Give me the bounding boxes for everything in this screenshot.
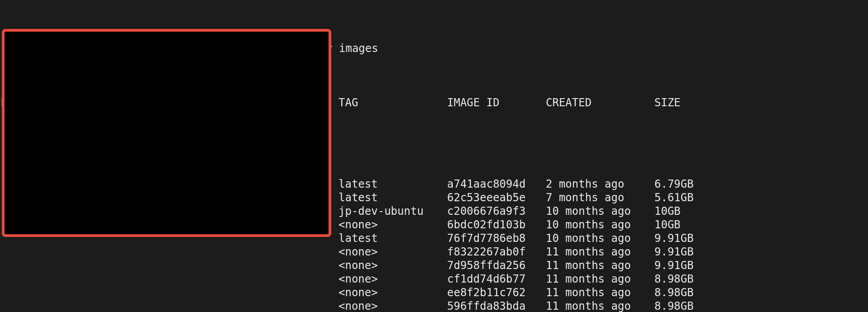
cell-created: 11 months ago (546, 245, 654, 259)
table-row: <none>cf1dd74d6b7711 months ago8.98GB (0, 272, 868, 286)
cell-image-id: 596ffda83bda (447, 299, 546, 312)
cell-size: 5.61GB (654, 191, 718, 204)
cell-tag: <none> (339, 245, 447, 259)
cell-created: 10 months ago (546, 232, 654, 245)
cell-image-id: 76f7d7786eb8 (447, 232, 546, 245)
header-size: SIZE (654, 96, 718, 109)
cell-size: 8.98GB (654, 299, 718, 312)
cell-created: 7 months ago (546, 191, 654, 204)
cell-created: 11 months ago (546, 259, 654, 272)
cell-size: 6.79GB (654, 177, 718, 191)
cell-tag: <none> (339, 299, 447, 312)
cell-created: 11 months ago (546, 286, 654, 299)
cell-tag: latest (339, 191, 447, 204)
header-tag: TAG (339, 96, 447, 109)
cell-image-id: 7d958ffda256 (447, 259, 546, 272)
cell-size: 10GB (654, 204, 718, 218)
cell-tag: latest (339, 232, 447, 245)
table-row: <none>ee8f2b11c76211 months ago8.98GB (0, 286, 868, 299)
cell-image-id: 6bdc02fd103b (447, 218, 546, 232)
cell-size: 10GB (654, 218, 718, 232)
cell-tag: <none> (339, 218, 447, 232)
cell-tag: latest (339, 177, 447, 191)
cell-tag: <none> (339, 286, 447, 299)
cell-image-id: 62c53eeeab5e (447, 191, 546, 204)
cell-size: 9.91GB (654, 232, 718, 245)
cell-image-id: f8322267ab0f (447, 245, 546, 259)
terminal-output[interactable]: (base) [ ~]$ docker images REPOSITORY TA… (0, 1, 868, 312)
cell-created: 10 months ago (546, 218, 654, 232)
header-image-id: IMAGE ID (447, 96, 546, 109)
header-created: CREATED (546, 96, 654, 109)
redacted-repository-column (2, 29, 331, 237)
table-row: <none>f8322267ab0f11 months ago9.91GB (0, 245, 868, 259)
cell-image-id: a741aac8094d (447, 177, 546, 191)
table-row: <none>7d958ffda25611 months ago9.91GB (0, 259, 868, 272)
cell-image-id: cf1dd74d6b77 (447, 272, 546, 286)
cell-tag: jp-dev-ubuntu (339, 204, 447, 218)
cell-size: 9.91GB (654, 259, 718, 272)
cell-created: 11 months ago (546, 272, 654, 286)
cell-image-id: ee8f2b11c762 (447, 286, 546, 299)
cell-tag: <none> (339, 272, 447, 286)
cell-created: 10 months ago (546, 204, 654, 218)
table-row: <none>596ffda83bda11 months ago8.98GB (0, 299, 868, 312)
cell-size: 8.98GB (654, 286, 718, 299)
cell-created: 11 months ago (546, 299, 654, 312)
cell-image-id: c2006676a9f3 (447, 204, 546, 218)
cell-size: 9.91GB (654, 245, 718, 259)
cell-created: 2 months ago (546, 177, 654, 191)
cell-tag: <none> (339, 259, 447, 272)
cell-size: 8.98GB (654, 272, 718, 286)
